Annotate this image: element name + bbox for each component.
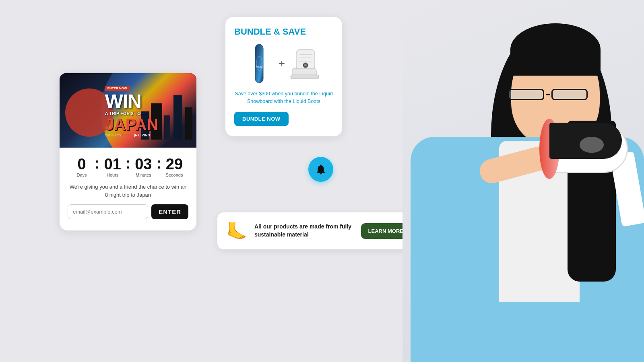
japan-win-card: ENTER NOW WIN A TRIP FOR 2 TO JAPAN THAN…	[60, 73, 196, 230]
sep3: :	[155, 156, 162, 171]
hours-block: 01 Hours	[101, 156, 125, 177]
hours-value: 01	[101, 156, 125, 172]
bundle-title: BUNDLE & SAVE	[234, 27, 333, 37]
boot-product	[288, 45, 324, 82]
svg-point-10	[304, 64, 307, 66]
days-label: Days	[70, 173, 94, 177]
enter-now-badge: ENTER NOW	[105, 86, 130, 91]
days-block: 0 Days	[70, 156, 94, 177]
email-entry-row: ENTER	[60, 204, 196, 219]
bundle-save-description: Save over $300 when you bundle the Liqui…	[234, 90, 333, 105]
sep1: :	[94, 156, 101, 171]
gift-button-wrapper: 1	[166, 257, 195, 286]
snowboard-product: liquid	[243, 43, 275, 84]
hours-label: Hours	[101, 173, 125, 177]
sustainable-text: All our products are made from fully sus…	[254, 223, 355, 239]
person-with-megaphone	[402, 0, 644, 362]
seconds-value: 29	[162, 156, 186, 172]
minutes-label: Minutes	[131, 173, 155, 177]
japan-description: We're giving you and a friend the chance…	[60, 179, 196, 204]
countdown-timer: 0 Days : 01 Hours : 03 Minutes : 29 Seco…	[60, 148, 196, 179]
minutes-block: 03 Minutes	[131, 156, 155, 177]
plus-separator: +	[279, 57, 285, 70]
bell-notification-button[interactable]	[308, 157, 333, 182]
thanks-to-label: THANKS TO	[105, 134, 121, 137]
footprint-icon: 🦶	[225, 220, 248, 242]
bundle-word-bundle: BUNDLE &	[234, 27, 283, 37]
bundle-now-button[interactable]: BUNDLE NOW	[234, 112, 289, 126]
bundle-products-display: liquid +	[234, 43, 333, 84]
seconds-block: 29 Seconds	[162, 156, 186, 177]
seconds-label: Seconds	[162, 173, 186, 177]
minutes-value: 03	[131, 156, 155, 172]
japan-text: JAPAN	[105, 116, 159, 132]
boot-image	[288, 47, 324, 80]
bundle-card: BUNDLE & SAVE liquid +	[225, 17, 342, 136]
days-value: 0	[70, 156, 94, 172]
lotus-living-attribution: THANKS TO LOTUS▶ LIVING	[105, 133, 159, 137]
win-text: WIN	[105, 92, 159, 111]
lotus-brand-name: LOTUS▶ LIVING	[122, 133, 151, 137]
japan-card-text-overlay: ENTER NOW WIN A TRIP FOR 2 TO JAPAN THAN…	[98, 84, 159, 137]
svg-rect-5	[291, 75, 319, 79]
sustainable-banner: 🦶 All our products are made from fully s…	[217, 212, 419, 249]
sep2: :	[125, 156, 132, 171]
email-field[interactable]	[68, 204, 148, 219]
japan-card-image: ENTER NOW WIN A TRIP FOR 2 TO JAPAN THAN…	[60, 73, 196, 148]
bundle-word-save: SAVE	[283, 27, 306, 37]
snowboard-image: liquid	[252, 43, 266, 84]
enter-button[interactable]: ENTER	[151, 204, 188, 219]
bell-icon	[315, 163, 327, 175]
